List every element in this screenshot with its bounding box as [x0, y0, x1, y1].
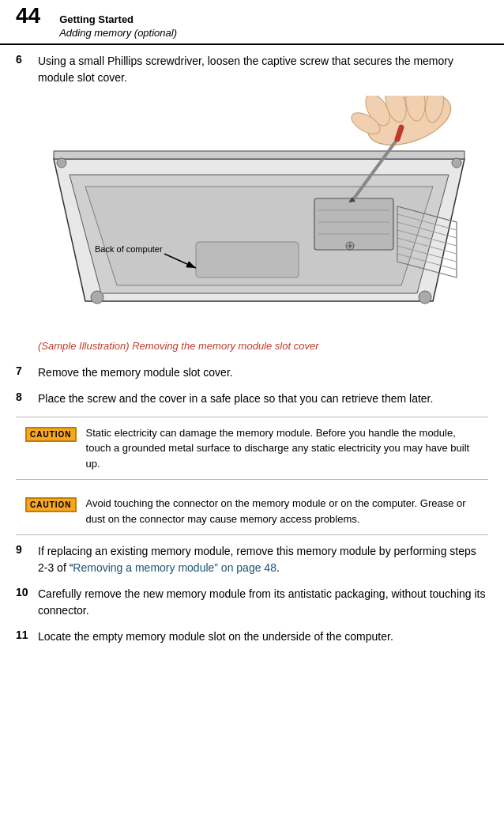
back-label: Back of computer: [95, 244, 163, 254]
step-10-text: Carefully remove the new memory module f…: [38, 586, 488, 619]
svg-point-21: [419, 291, 431, 304]
step-8-row: 8 Place the screw and the cover in a saf…: [16, 391, 488, 407]
svg-rect-3: [196, 242, 299, 277]
laptop-illustration: Back of computer: [38, 96, 480, 333]
main-content: 6 Using a small Phillips screwdriver, lo…: [0, 45, 504, 663]
header-title: Getting Started: [59, 13, 177, 27]
svg-point-20: [91, 291, 103, 304]
step-7-text: Remove the memory module slot cover.: [38, 364, 488, 381]
caution-2-text: Avoid touching the connector on the memo…: [86, 496, 479, 527]
illustration-caption: (Sample Illustration) Removing the memor…: [38, 339, 488, 353]
caution-1-badge: CAUTION: [25, 427, 77, 442]
illustration-box: Back of computer: [38, 96, 480, 333]
step-7-row: 7 Remove the memory module slot cover.: [16, 364, 488, 381]
step-11-row: 11 Locate the empty memory module slot o…: [16, 628, 488, 645]
step-7-number: 7: [16, 364, 38, 381]
step-10-number: 10: [16, 586, 38, 619]
svg-point-23: [452, 158, 461, 168]
step-11-text: Locate the empty memory module slot on t…: [38, 628, 488, 645]
step-9-text: If replacing an existing memory module, …: [38, 543, 488, 576]
caution-2-box: CAUTION Avoid touching the connector on …: [16, 488, 488, 535]
caution-1-text: Static electricity can damage the memory…: [86, 425, 479, 472]
step-11-number: 11: [16, 628, 38, 645]
step-6-text: Using a small Phillips screwdriver, loos…: [38, 53, 488, 86]
step-9-row: 9 If replacing an existing memory module…: [16, 543, 488, 576]
step-6-number: 6: [16, 53, 38, 86]
step-9-text-after: .: [276, 561, 280, 574]
step-6-row: 6 Using a small Phillips screwdriver, lo…: [16, 53, 488, 86]
svg-marker-19: [54, 151, 465, 159]
page-header: 44 Getting Started Adding memory (option…: [0, 0, 504, 45]
step-9-number: 9: [16, 543, 38, 576]
step-8-text: Place the screw and the cover in a safe …: [38, 391, 488, 407]
svg-rect-4: [314, 198, 393, 250]
page-number: 44: [16, 5, 40, 27]
step-9-link[interactable]: Removing a memory module” on page 48: [73, 561, 276, 574]
step-8-number: 8: [16, 391, 38, 407]
step-10-row: 10 Carefully remove the new memory modul…: [16, 586, 488, 619]
svg-line-31: [397, 127, 401, 139]
caution-2-badge: CAUTION: [25, 497, 77, 512]
header-text: Getting Started Adding memory (optional): [59, 13, 177, 40]
caution-1-box: CAUTION Static electricity can damage th…: [16, 417, 488, 481]
svg-point-22: [57, 158, 66, 168]
header-subtitle: Adding memory (optional): [59, 27, 177, 40]
